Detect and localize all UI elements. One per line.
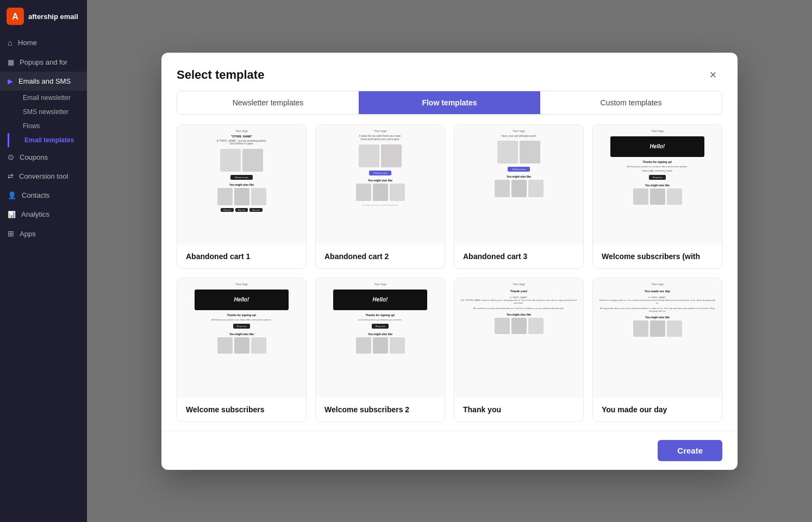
- templates-grid-container: Your logo "STORE_NAME" hi "FIRST_NAME", …: [161, 124, 738, 431]
- sidebar-item-home[interactable]: ⌂ Home: [0, 33, 87, 53]
- apps-icon: ⊞: [8, 229, 14, 238]
- template-name: Welcome subscribers: [177, 398, 306, 422]
- sidebar-item-emails[interactable]: ▶ Emails and SMS: [0, 72, 87, 91]
- template-card[interactable]: Your logo You made our day hi "FIRST_NAM…: [592, 278, 722, 422]
- sidebar-sub-email-newsletter[interactable]: Email newsletter: [0, 91, 87, 105]
- template-tabs: Newsletter templates Flow templates Cust…: [177, 91, 722, 115]
- sidebar: A aftership email ⌂ Home ▦ Popups and fo…: [0, 0, 87, 522]
- template-name: Abandoned cart 2: [316, 244, 445, 268]
- analytics-icon: 📊: [8, 211, 16, 218]
- template-preview: Your logo Hello! Thanks for signing up! …: [316, 278, 445, 398]
- conversion-icon: ⇄: [8, 172, 14, 180]
- emails-icon: ▶: [8, 77, 13, 85]
- template-preview: Your logo Thank you! hi "FIRST_NAME",The…: [454, 278, 583, 398]
- template-card[interactable]: Your logo Hello! Thanks for signing up! …: [177, 278, 307, 422]
- template-name: Welcome subscribers 2: [316, 398, 445, 422]
- main-area: Select template × Newsletter templates F…: [87, 0, 812, 522]
- sidebar-item-contacts[interactable]: 👤 Contacts: [0, 186, 87, 205]
- template-name: Welcome subscribers (with: [593, 244, 722, 268]
- create-button[interactable]: Create: [658, 440, 722, 461]
- modal-overlay[interactable]: Select template × Newsletter templates F…: [87, 0, 812, 522]
- template-name: Abandoned cart 3: [454, 244, 583, 268]
- sidebar-item-label: Coupons: [20, 153, 48, 161]
- template-card[interactable]: Your logo It looks like you didn't finis…: [315, 124, 445, 269]
- brand-name: aftership email: [28, 12, 78, 21]
- sidebar-item-label: Analytics: [21, 210, 49, 218]
- sidebar-item-popups[interactable]: ▦ Popups and for: [0, 53, 87, 72]
- sidebar-header: A aftership email: [0, 0, 87, 33]
- template-name: Abandoned cart 1: [177, 244, 306, 268]
- aftership-logo: A: [7, 8, 24, 25]
- template-preview: Your logo Hurry, your cart will expire s…: [454, 125, 583, 244]
- template-name: You made our day: [593, 398, 722, 422]
- modal-footer: Create: [161, 431, 738, 470]
- coupons-icon: ⊙: [8, 153, 14, 161]
- template-preview: Your logo "STORE_NAME" hi "FIRST_NAME", …: [177, 125, 306, 244]
- sidebar-item-coupons[interactable]: ⊙ Coupons: [0, 147, 87, 167]
- sidebar-item-conversion[interactable]: ⇄ Conversion tool: [0, 167, 87, 186]
- contacts-icon: 👤: [8, 191, 16, 199]
- sidebar-item-label: Home: [18, 39, 37, 47]
- select-template-modal: Select template × Newsletter templates F…: [161, 53, 738, 470]
- modal-header: Select template ×: [161, 53, 738, 91]
- sidebar-nav: ⌂ Home ▦ Popups and for ▶ Emails and SMS…: [0, 33, 87, 522]
- sidebar-sub-sms-newsletter[interactable]: SMS newsletter: [0, 105, 87, 119]
- template-preview: Your logo You made our day hi "FIRST_NAM…: [593, 278, 722, 398]
- popups-icon: ▦: [8, 58, 14, 66]
- sidebar-sub-email-templates[interactable]: Email templates: [8, 133, 87, 147]
- template-preview: Your logo It looks like you didn't finis…: [316, 125, 445, 244]
- templates-grid: Your logo "STORE_NAME" hi "FIRST_NAME", …: [177, 124, 722, 422]
- sidebar-item-analytics[interactable]: 📊 Analytics: [0, 205, 87, 224]
- sidebar-item-label: Apps: [20, 230, 36, 238]
- sidebar-item-label: Popups and for: [20, 58, 67, 66]
- sidebar-item-label: Conversion tool: [19, 172, 68, 180]
- modal-close-button[interactable]: ×: [704, 66, 722, 84]
- sidebar-item-apps[interactable]: ⊞ Apps: [0, 224, 87, 243]
- svg-text:A: A: [12, 12, 18, 21]
- home-icon: ⌂: [8, 38, 13, 47]
- tab-newsletter-templates[interactable]: Newsletter templates: [177, 91, 359, 114]
- modal-title: Select template: [177, 68, 264, 82]
- sidebar-sub-flows[interactable]: Flows: [0, 119, 87, 133]
- sidebar-item-label: Contacts: [22, 191, 49, 199]
- template-name: Thank you: [454, 398, 583, 422]
- template-card[interactable]: Your logo Hello! Thanks for signing up! …: [315, 278, 445, 422]
- tab-flow-templates[interactable]: Flow templates: [359, 91, 540, 114]
- template-card[interactable]: Your logo Hurry, your cart will expire s…: [454, 124, 584, 269]
- template-card[interactable]: Your logo Hello! Thanks for signing up! …: [592, 124, 722, 269]
- template-preview: Your logo Hello! Thanks for signing up! …: [593, 125, 722, 244]
- template-card[interactable]: Your logo Thank you! hi "FIRST_NAME",The…: [454, 278, 584, 422]
- template-card[interactable]: Your logo "STORE_NAME" hi "FIRST_NAME", …: [177, 124, 307, 269]
- sidebar-item-label: Emails and SMS: [18, 77, 71, 85]
- tab-custom-templates[interactable]: Custom templates: [540, 91, 722, 114]
- template-preview: Your logo Hello! Thanks for signing up! …: [177, 278, 306, 398]
